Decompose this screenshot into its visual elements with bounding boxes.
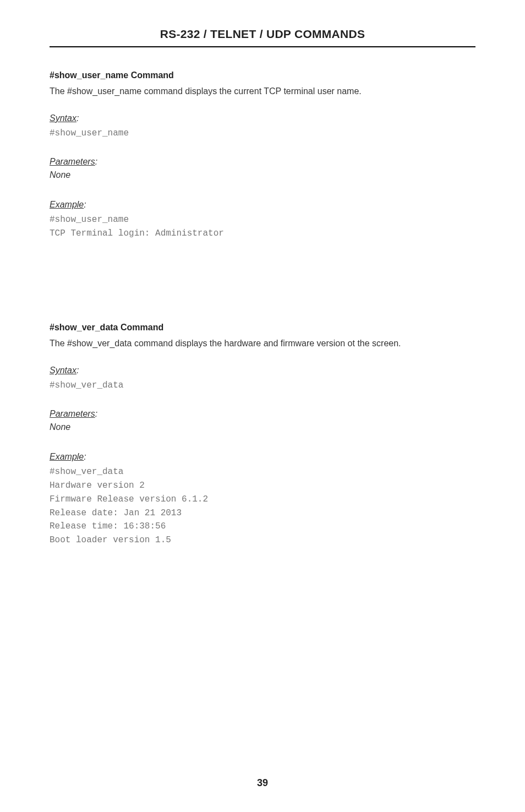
cmd-title: #show_user_name Command [50,70,475,80]
syntax-label: Syntax: [50,113,475,123]
params-value: None [50,422,475,432]
page-header: RS-232 / TELNET / UDP COMMANDS [50,28,475,47]
cmd-title: #show_ver_data Command [50,323,475,333]
example-code: #show_user_name TCP Terminal login: Admi… [50,213,475,241]
example-code: #show_ver_data Hardware version 2 Firmwa… [50,465,475,547]
params-label: Parameters: [50,157,475,167]
example-label: Example: [50,452,475,462]
params-value: None [50,170,475,180]
params-label: Parameters: [50,409,475,419]
cmd-desc: The #show_user_name command displays the… [50,85,475,98]
syntax-label: Syntax: [50,366,475,375]
syntax-label-text: Syntax [50,113,76,123]
command-block-1: #show_user_name Command The #show_user_n… [50,70,475,240]
example-label-text: Example [50,452,84,461]
syntax-code: #show_ver_data [50,379,475,393]
syntax-code: #show_user_name [50,127,475,140]
page-number: 39 [0,777,525,789]
params-label-text: Parameters [50,157,95,166]
example-label: Example: [50,200,475,210]
example-label-text: Example [50,200,84,209]
params-label-text: Parameters [50,409,95,418]
syntax-label-text: Syntax [50,366,76,375]
section-gap [50,257,475,323]
cmd-desc: The #show_ver_data command displays the … [50,337,475,350]
command-block-2: #show_ver_data Command The #show_ver_dat… [50,323,475,547]
